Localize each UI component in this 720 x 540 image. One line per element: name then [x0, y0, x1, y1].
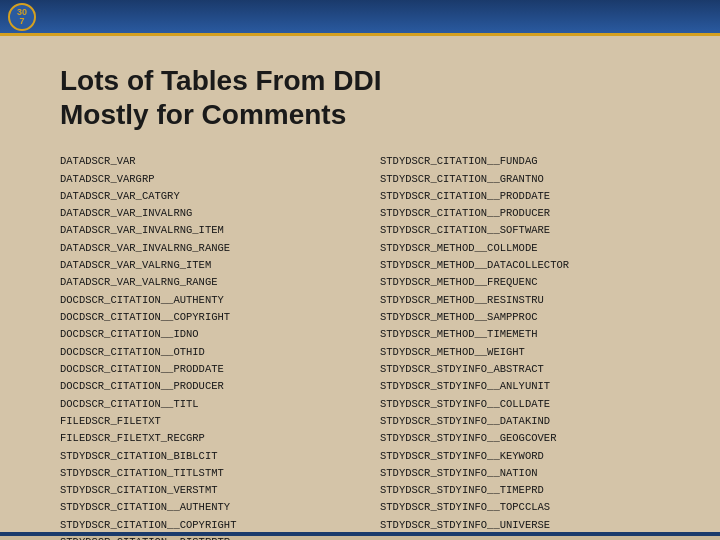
- list-item: DOCDSCR_CITATION__PRODUCER: [60, 378, 340, 395]
- list-item: STDYDSCR_STDYINFO_ABSTRACT: [380, 361, 660, 378]
- list-item: DATADSCR_VARGRP: [60, 171, 340, 188]
- list-item: STDYDSCR_STDYINFO__COLLDATE: [380, 396, 660, 413]
- list-item: DOCDSCR_CITATION__OTHID: [60, 344, 340, 361]
- list-item: STDYDSCR_METHOD__FREQUENC: [380, 274, 660, 291]
- left-column: DATADSCR_VARDATADSCR_VARGRPDATADSCR_VAR_…: [60, 153, 340, 540]
- list-item: DOCDSCR_CITATION__AUTHENTY: [60, 292, 340, 309]
- list-item: STDYDSCR_CITATION__SOFTWARE: [380, 222, 660, 239]
- list-item: DATADSCR_VAR_VALRNG_ITEM: [60, 257, 340, 274]
- list-item: DOCDSCR_CITATION__COPYRIGHT: [60, 309, 340, 326]
- list-item: STDYDSCR_CITATION__AUTHENTY: [60, 499, 340, 516]
- list-item: STDYDSCR_CITATION_BIBLCIT: [60, 448, 340, 465]
- list-item: STDYDSCR_METHOD__TIMEMETH: [380, 326, 660, 343]
- list-item: DATADSCR_VAR: [60, 153, 340, 170]
- left-table-list: DATADSCR_VARDATADSCR_VARGRPDATADSCR_VAR_…: [60, 153, 340, 540]
- list-item: FILEDSCR_FILETXT_RECGRP: [60, 430, 340, 447]
- list-item: DATADSCR_VAR_VALRNG_RANGE: [60, 274, 340, 291]
- list-item: STDYDSCR_STDYINFO__NATION: [380, 465, 660, 482]
- right-table-list: STDYDSCR_CITATION__FUNDAGSTDYDSCR_CITATI…: [380, 153, 660, 534]
- list-item: STDYDSCR_METHOD__SAMPPROC: [380, 309, 660, 326]
- list-item: STDYDSCR_STDYINFO__KEYWORD: [380, 448, 660, 465]
- bottom-bar: [0, 532, 720, 536]
- list-item: STDYDSCR_STDYINFO__DATAKIND: [380, 413, 660, 430]
- list-item: STDYDSCR_STDYINFO__TIMEPRD: [380, 482, 660, 499]
- list-item: DATADSCR_VAR_INVALRNG: [60, 205, 340, 222]
- list-item: DOCDSCR_CITATION__PRODDATE: [60, 361, 340, 378]
- list-item: STDYDSCR_CITATION_VERSTMT: [60, 482, 340, 499]
- list-item: STDYDSCR_CITATION__GRANTNO: [380, 171, 660, 188]
- list-item: STDYDSCR_METHOD__COLLMODE: [380, 240, 660, 257]
- list-item: STDYDSCR_STDYINFO__ANLYUNIT: [380, 378, 660, 395]
- list-item: DOCDSCR_CITATION__TITL: [60, 396, 340, 413]
- list-item: STDYDSCR_METHOD__DATACOLLECTOR: [380, 257, 660, 274]
- page-title: Lots of Tables From DDI Mostly for Comme…: [60, 64, 660, 131]
- logo-text: 307: [17, 8, 27, 26]
- list-item: STDYDSCR_CITATION__PRODUCER: [380, 205, 660, 222]
- list-item: DOCDSCR_CITATION__IDNO: [60, 326, 340, 343]
- list-item: FILEDSCR_FILETXT: [60, 413, 340, 430]
- list-item: DATADSCR_VAR_CATGRY: [60, 188, 340, 205]
- list-item: STDYDSCR_METHOD__RESINSTRU: [380, 292, 660, 309]
- logo: 307: [8, 3, 36, 31]
- list-item: STDYDSCR_CITATION_TITLSTMT: [60, 465, 340, 482]
- right-column: STDYDSCR_CITATION__FUNDAGSTDYDSCR_CITATI…: [380, 153, 660, 540]
- list-item: STDYDSCR_STDYINFO__GEOGCOVER: [380, 430, 660, 447]
- list-item: STDYDSCR_CITATION__FUNDAG: [380, 153, 660, 170]
- list-item: STDYDSCR_STDYINFO__TOPCCLAS: [380, 499, 660, 516]
- list-item: DATADSCR_VAR_INVALRNG_ITEM: [60, 222, 340, 239]
- list-item: STDYDSCR_METHOD__WEIGHT: [380, 344, 660, 361]
- columns-wrapper: DATADSCR_VARDATADSCR_VARGRPDATADSCR_VAR_…: [60, 153, 660, 540]
- main-content: Lots of Tables From DDI Mostly for Comme…: [0, 36, 720, 536]
- top-bar: 307: [0, 0, 720, 36]
- list-item: DATADSCR_VAR_INVALRNG_RANGE: [60, 240, 340, 257]
- list-item: STDYDSCR_CITATION__PRODDATE: [380, 188, 660, 205]
